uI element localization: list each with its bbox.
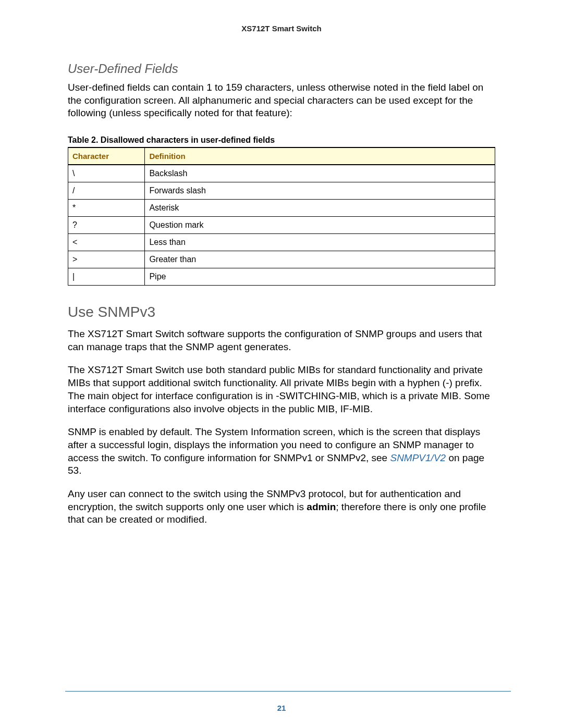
running-header: XS712T Smart Switch <box>68 24 495 33</box>
table-cell-definition: Pipe <box>145 268 495 286</box>
table-cell-character: \ <box>68 165 145 182</box>
table-caption: Table 2. Disallowed characters in user-d… <box>68 135 495 145</box>
link-snmpv1v2[interactable]: SNMPV1/V2 <box>390 452 446 463</box>
footer-rule <box>65 691 511 692</box>
table-row: * Asterisk <box>68 200 495 217</box>
section-heading-user-defined-fields: User-Defined Fields <box>68 61 495 76</box>
table-row: \ Backslash <box>68 165 495 182</box>
paragraph-user-defined-fields: User-defined fields can contain 1 to 159… <box>68 81 495 120</box>
disallowed-characters-table: Character Definition \ Backslash / Forwa… <box>68 147 495 286</box>
table-row: > Greater than <box>68 251 495 268</box>
table-cell-character: ? <box>68 217 145 234</box>
paragraph-snmpv3-3: SNMP is enabled by default. The System I… <box>68 426 495 477</box>
table-cell-character: < <box>68 234 145 251</box>
paragraph-snmpv3-2: The XS712T Smart Switch use both standar… <box>68 364 495 415</box>
table-cell-character: | <box>68 268 145 286</box>
section-heading-use-snmpv3: Use SNMPv3 <box>68 304 495 320</box>
paragraph-snmpv3-4: Any user can connect to the switch using… <box>68 488 495 526</box>
table-cell-definition: Question mark <box>145 217 495 234</box>
table-row: < Less than <box>68 234 495 251</box>
table-cell-definition: Less than <box>145 234 495 251</box>
table-cell-definition: Asterisk <box>145 200 495 217</box>
table-cell-character: / <box>68 182 145 200</box>
document-page: XS712T Smart Switch User-Defined Fields … <box>0 0 563 728</box>
page-number: 21 <box>0 704 563 712</box>
paragraph-snmpv3-1: The XS712T Smart Switch software support… <box>68 328 495 353</box>
table-cell-definition: Greater than <box>145 251 495 268</box>
table-row: | Pipe <box>68 268 495 286</box>
table-cell-character: * <box>68 200 145 217</box>
table-row: ? Question mark <box>68 217 495 234</box>
table-cell-definition: Forwards slash <box>145 182 495 200</box>
table-header-row: Character Definition <box>68 147 495 165</box>
table-header-character: Character <box>68 147 145 165</box>
table-header-definition: Definition <box>145 147 495 165</box>
bold-admin: admin <box>307 501 336 512</box>
table-cell-definition: Backslash <box>145 165 495 182</box>
table-row: / Forwards slash <box>68 182 495 200</box>
table-cell-character: > <box>68 251 145 268</box>
